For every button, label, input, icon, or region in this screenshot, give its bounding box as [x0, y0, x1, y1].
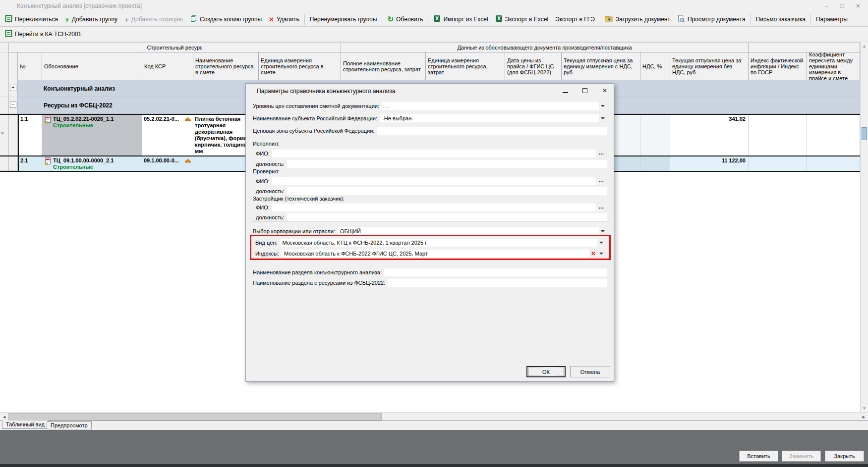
dialog-minimize-icon[interactable] — [560, 86, 570, 96]
row-gutter — [0, 97, 9, 114]
section-fsbc-input[interactable] — [388, 279, 607, 287]
collapse-minus-icon[interactable]: − — [10, 102, 16, 108]
price-document-icon — [44, 116, 52, 125]
price-type-combobox[interactable]: Московская область, КТЦ к ФСНБ-2022, 1 к… — [280, 239, 597, 247]
renumber-groups-button[interactable]: Перенумеровать группы — [306, 14, 381, 24]
price-document-icon — [44, 157, 52, 167]
cell-justification[interactable]: ТЦ_09.1.00.00-0000_2.1 Строительные — [42, 156, 142, 171]
executor-position-input[interactable] — [287, 160, 607, 168]
scroll-up-icon[interactable]: ▲ — [861, 43, 868, 50]
scroll-right-icon[interactable]: ► — [860, 413, 868, 421]
chevron-down-icon[interactable] — [599, 114, 607, 122]
cancel-button[interactable]: Отмена — [570, 366, 610, 377]
copy-icon — [190, 15, 197, 24]
cell-inflation-index[interactable] — [749, 115, 807, 156]
section-ka-input[interactable] — [384, 268, 607, 276]
fio-label: ФИО: — [256, 205, 272, 210]
indexes-combobox[interactable]: Московская область к ФСНБ-2022 ФГИС ЦС, … — [282, 250, 589, 258]
parameters-button[interactable]: Параметры — [812, 14, 851, 24]
price-type-label: Вид цен: — [255, 240, 280, 246]
executor-fio-input[interactable] — [272, 150, 596, 157]
checker-fio-input[interactable] — [272, 177, 596, 185]
delete-x-icon: ✕ — [269, 16, 274, 23]
tab-table-view[interactable]: Табличный вид — [2, 420, 49, 429]
developer-position-input[interactable] — [287, 213, 607, 221]
insert-button[interactable]: Вставить — [739, 451, 778, 462]
chevron-down-icon[interactable] — [599, 102, 607, 110]
group-header-empty — [749, 43, 860, 52]
ka-grid-icon — [5, 30, 12, 39]
price-level-combobox[interactable]: . . — [382, 102, 599, 110]
plus-icon: + — [65, 16, 69, 23]
col-header-justification: Обоснование — [42, 52, 142, 80]
cell-justification[interactable]: ТЦ_05.2.02.21-0026_1.1 Строительные — [42, 115, 142, 156]
main-toolbar: Переключиться + Добавить группу + Добави… — [0, 12, 868, 27]
chevron-down-icon[interactable] — [599, 227, 607, 235]
customer-letter-button[interactable]: Письмо заказчика — [752, 14, 809, 24]
svg-text:X: X — [436, 16, 439, 21]
ksr-pile-icon — [184, 157, 191, 164]
ka-grid-icon — [5, 15, 12, 24]
tab-preview[interactable]: Предпросмотр — [47, 421, 92, 429]
dialog-maximize-icon[interactable] — [580, 86, 590, 96]
refresh-button[interactable]: ↻ Обновить — [384, 14, 426, 24]
chevron-down-icon[interactable] — [597, 239, 605, 247]
developer-position-row: должность: — [256, 213, 607, 221]
close-button[interactable]: Закрыть — [825, 451, 864, 462]
import-excel-button[interactable]: X Импорт из Excel — [430, 13, 491, 25]
cell-price-no-vat[interactable]: 11 122,00 — [670, 156, 749, 171]
minimize-icon[interactable]: – — [818, 0, 834, 12]
executor-heading: Исполнил: — [253, 141, 279, 147]
cell-inflation-index[interactable] — [749, 156, 807, 171]
cell-ksr-code[interactable]: 09.1.00.00-0... — [142, 156, 193, 171]
ok-button[interactable]: ОК — [526, 366, 566, 377]
maximize-icon[interactable]: □ — [834, 0, 850, 12]
export-gge-button[interactable]: Экспорт в ГГЭ — [552, 14, 598, 24]
chevron-down-icon[interactable] — [597, 250, 605, 258]
region-combobox[interactable]: -Не выбран- — [380, 114, 599, 122]
cell-vat-percent[interactable] — [640, 115, 670, 156]
dialog-close-icon[interactable]: ✕ — [600, 86, 610, 96]
view-document-button[interactable]: Просмотр документа — [674, 13, 749, 25]
group-header-supplier-document: Данные из обосновывающего документа прои… — [341, 43, 749, 52]
cell-num[interactable]: 2.1 — [18, 156, 42, 171]
switch-button[interactable]: Переключиться — [1, 13, 61, 25]
export-excel-button[interactable]: X Экспорт в Excel — [492, 13, 552, 25]
corporation-combobox[interactable]: ОБЩИЙ — [338, 227, 599, 235]
cell-conversion-koef[interactable] — [807, 156, 860, 171]
bottom-panel: Вставить Заменить Закрыть — [0, 430, 868, 467]
delete-button[interactable]: ✕ Удалить — [265, 14, 303, 24]
vertical-scroll-thumb[interactable] — [862, 127, 867, 140]
close-icon[interactable]: ✕ — [850, 0, 866, 12]
scroll-left-icon[interactable]: ◄ — [0, 413, 8, 421]
col-header-price-no-vat: Текущая отпускная цена за единицу измере… — [670, 52, 749, 80]
ellipsis-button[interactable]: … — [596, 150, 607, 157]
price-zone-input[interactable] — [377, 127, 607, 135]
window-controls: – □ ✕ — [818, 0, 866, 12]
copy-group-button[interactable]: Создать копию группы — [186, 13, 265, 25]
ellipsis-button[interactable]: … — [596, 204, 607, 211]
clear-red-x-icon[interactable]: ✕ — [591, 250, 596, 257]
cell-ksr-code[interactable]: 05.2.02.21-0... — [142, 115, 193, 156]
developer-fio-input[interactable] — [272, 204, 596, 211]
horizontal-scroll-thumb[interactable] — [8, 413, 382, 420]
ellipsis-button[interactable]: … — [596, 177, 607, 185]
horizontal-scrollbar[interactable]: ◄ ► — [0, 412, 868, 420]
checker-position-input[interactable] — [287, 187, 607, 195]
table-group-header-row: Строительный ресурс Данные из обосновыва… — [0, 43, 860, 52]
add-group-button[interactable]: + Добавить группу — [61, 14, 121, 24]
expand-plus-icon[interactable]: + — [10, 85, 16, 91]
bottom-edge — [0, 464, 868, 467]
vertical-scrollbar[interactable]: ▲ ▼ — [860, 43, 868, 412]
cell-price-no-vat[interactable]: 341,02 — [670, 115, 749, 156]
scroll-down-icon[interactable]: ▼ — [861, 405, 868, 412]
goto-ka-tsn-button[interactable]: Перейти в КА ТСН-2001 — [1, 28, 85, 40]
cell-vat-percent[interactable] — [640, 156, 670, 171]
indexes-row: Индексы: Московская область к ФСНБ-2022 … — [255, 249, 605, 258]
toolbar-separator — [382, 14, 382, 25]
toolbar-separator — [810, 14, 811, 25]
cell-num[interactable]: 1.1 — [18, 115, 42, 156]
cell-conversion-koef[interactable] — [807, 115, 860, 156]
upload-document-button[interactable]: Загрузить документ — [602, 13, 674, 25]
excel-icon: X — [495, 15, 503, 24]
